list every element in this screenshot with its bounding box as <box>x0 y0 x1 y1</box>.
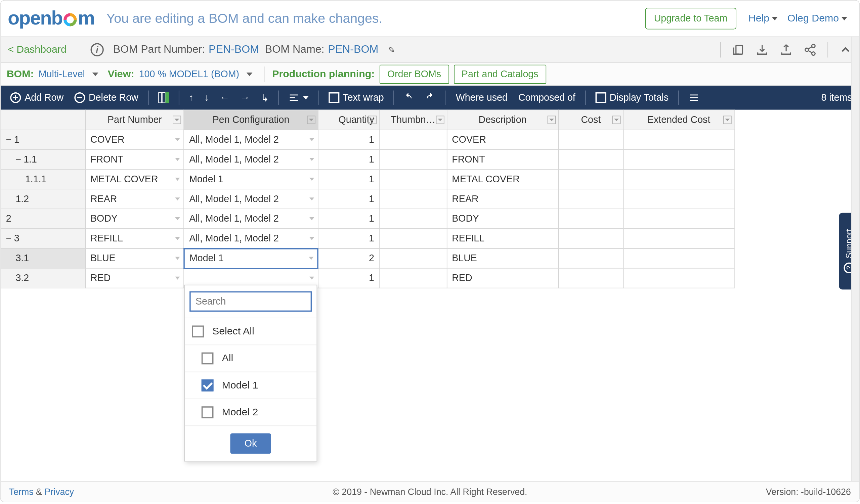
quantity-cell[interactable]: 1 <box>318 130 379 149</box>
bom-part-number-value[interactable]: PEN-BOM <box>209 43 259 56</box>
pen-configuration-cell[interactable]: Model 1 <box>184 249 318 268</box>
help-menu[interactable]: Help <box>748 12 778 25</box>
part-number-cell[interactable]: BODY <box>85 209 184 229</box>
display-totals-toggle[interactable]: Display Totals <box>593 91 671 104</box>
pen-configuration-cell[interactable]: All, Model 1, Model 2 <box>184 130 318 149</box>
extended-cost-cell[interactable] <box>624 249 734 268</box>
thumbnail-cell[interactable] <box>379 149 447 169</box>
cost-cell[interactable] <box>558 229 624 249</box>
pen-configuration-cell[interactable]: Model 1 <box>184 169 318 189</box>
arrow-right-button[interactable]: → <box>238 91 252 104</box>
column-header[interactable]: Cost <box>558 110 624 130</box>
align-button[interactable] <box>286 91 311 104</box>
add-row-button[interactable]: +Add Row <box>8 91 66 104</box>
filter-icon[interactable] <box>307 116 315 124</box>
cost-cell[interactable] <box>558 169 624 189</box>
chevron-up-icon[interactable] <box>839 43 852 56</box>
filter-icon[interactable] <box>173 116 182 124</box>
column-header[interactable]: Extended Cost <box>624 110 734 130</box>
pen-configuration-cell[interactable]: All, Model 1, Model 2 <box>184 149 318 169</box>
bom-name-value[interactable]: PEN-BOM <box>328 43 378 56</box>
cost-cell[interactable] <box>558 149 624 169</box>
terms-link[interactable]: Terms <box>9 487 33 496</box>
extended-cost-cell[interactable] <box>624 209 734 229</box>
arrow-up-button[interactable]: ↑ <box>186 91 196 104</box>
thumbnail-cell[interactable] <box>379 169 447 189</box>
cost-cell[interactable] <box>558 209 624 229</box>
description-cell[interactable]: COVER <box>447 130 558 149</box>
extended-cost-cell[interactable] <box>624 149 734 169</box>
table-row[interactable]: 3.2RED1RED <box>1 268 734 288</box>
description-cell[interactable]: REAR <box>447 189 558 209</box>
filter-icon[interactable] <box>613 116 621 124</box>
thumbnail-cell[interactable] <box>379 209 447 229</box>
column-header[interactable] <box>1 110 85 130</box>
description-cell[interactable]: METAL COVER <box>447 169 558 189</box>
cost-cell[interactable] <box>558 249 624 268</box>
tree-cell[interactable]: 3.1 <box>1 249 85 268</box>
dropdown-option[interactable]: Model 1 <box>185 372 317 399</box>
order-boms-button[interactable]: Order BOMs <box>379 64 449 84</box>
thumbnail-cell[interactable] <box>379 130 447 149</box>
pen-configuration-cell[interactable]: All, Model 1, Model 2 <box>184 229 318 249</box>
arrow-down-button[interactable]: ↓ <box>202 91 212 104</box>
filter-icon[interactable] <box>547 116 556 124</box>
table-row[interactable]: 3.1BLUEModel 12BLUE <box>1 249 734 268</box>
tree-cell[interactable]: 3.2 <box>1 268 85 288</box>
filter-icon[interactable] <box>368 116 376 124</box>
view-dropdown[interactable]: 100 % MODEL1 (BOM) <box>139 69 239 79</box>
table-row[interactable]: −1.1FRONTAll, Model 1, Model 21FRONT <box>1 149 734 169</box>
tree-cell[interactable]: −1.1 <box>1 149 85 169</box>
part-number-cell[interactable]: RED <box>85 268 184 288</box>
quantity-cell[interactable]: 1 <box>318 229 379 249</box>
dropdown-search-input[interactable] <box>189 292 312 312</box>
text-wrap-toggle[interactable]: Text wrap <box>326 91 386 104</box>
layout-button[interactable] <box>156 91 171 104</box>
user-menu[interactable]: Oleg Demo <box>787 12 847 25</box>
vertical-scrollbar[interactable] <box>851 36 859 481</box>
dashboard-back-link[interactable]: < Dashboard <box>8 43 67 55</box>
part-number-cell[interactable]: BLUE <box>85 249 184 268</box>
part-number-cell[interactable]: FRONT <box>85 149 184 169</box>
tree-cell[interactable]: 1.1.1 <box>1 169 85 189</box>
arrow-left-button[interactable]: ← <box>217 91 232 104</box>
thumbnail-cell[interactable] <box>379 268 447 288</box>
description-cell[interactable]: REFILL <box>447 229 558 249</box>
description-cell[interactable]: RED <box>447 268 558 288</box>
table-row[interactable]: 1.1.1METAL COVERModel 11METAL COVER <box>1 169 734 189</box>
download-icon[interactable] <box>756 43 769 56</box>
quantity-cell[interactable]: 1 <box>318 209 379 229</box>
thumbnail-cell[interactable] <box>379 249 447 268</box>
menu-button[interactable] <box>686 91 701 104</box>
pen-configuration-cell[interactable]: All, Model 1, Model 2 <box>184 189 318 209</box>
extended-cost-cell[interactable] <box>624 229 734 249</box>
select-all-option[interactable]: Select All <box>185 318 317 344</box>
edit-icon[interactable]: ✎ <box>388 45 395 55</box>
bom-type-dropdown[interactable]: Multi-Level <box>39 69 85 79</box>
tree-cell[interactable]: 2 <box>1 209 85 229</box>
where-used-button[interactable]: Where used <box>454 91 510 104</box>
extended-cost-cell[interactable] <box>624 130 734 149</box>
table-row[interactable]: 1.2REARAll, Model 1, Model 21REAR <box>1 189 734 209</box>
description-cell[interactable]: BLUE <box>447 249 558 268</box>
part-number-cell[interactable]: REFILL <box>85 229 184 249</box>
thumbnail-cell[interactable] <box>379 229 447 249</box>
description-cell[interactable]: BODY <box>447 209 558 229</box>
pen-configuration-cell[interactable]: All, Model 1, Model 2 <box>184 209 318 229</box>
part-number-cell[interactable]: REAR <box>85 189 184 209</box>
logo[interactable]: openbm <box>8 7 95 29</box>
undo-button[interactable] <box>401 91 417 104</box>
filter-icon[interactable] <box>723 116 732 124</box>
dropdown-option[interactable]: All <box>185 344 317 371</box>
cost-cell[interactable] <box>558 268 624 288</box>
cost-cell[interactable] <box>558 130 624 149</box>
upload-icon[interactable] <box>780 43 793 56</box>
privacy-link[interactable]: Privacy <box>44 487 74 496</box>
ok-button[interactable]: Ok <box>230 433 271 454</box>
dropdown-option[interactable]: Model 2 <box>185 399 317 426</box>
thumbnail-cell[interactable] <box>379 189 447 209</box>
column-header[interactable]: Pen Configuration <box>184 110 318 130</box>
tree-cell[interactable]: −3 <box>1 229 85 249</box>
filter-icon[interactable] <box>436 116 444 124</box>
arrow-return-button[interactable]: ↳ <box>258 91 271 104</box>
